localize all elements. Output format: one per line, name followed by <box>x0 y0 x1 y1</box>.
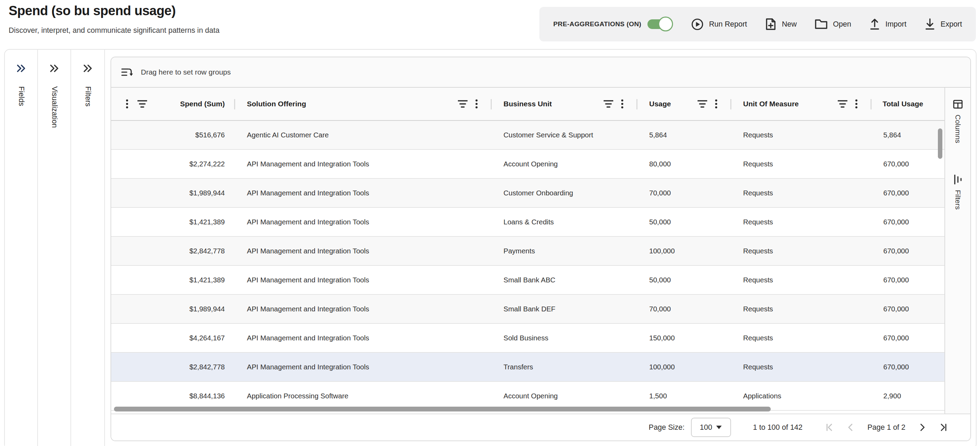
data-grid: Drag here to set row groups Spend (Sum) … <box>110 57 971 441</box>
previous-page-button[interactable] <box>846 423 855 432</box>
column-header-usage[interactable]: Usage <box>637 88 731 120</box>
columns-panel-button[interactable]: Columns <box>945 99 970 143</box>
cell-business-unit: Customer Onboarding <box>491 179 637 207</box>
run-report-button[interactable]: Run Report <box>691 18 747 31</box>
grid-rows: $516,676 Agentic AI Customer Care Custom… <box>111 121 945 411</box>
column-menu-icon[interactable] <box>475 98 478 110</box>
cell-spend-sum: $2,842,778 <box>111 353 234 381</box>
cell-business-unit: Loans & Credits <box>491 208 637 236</box>
table-row[interactable]: $516,676 Agentic AI Customer Care Custom… <box>111 121 945 150</box>
cell-spend-sum: $1,421,389 <box>111 208 234 236</box>
cell-business-unit: Account Opening <box>491 382 637 410</box>
first-page-button[interactable] <box>825 423 834 432</box>
cell-business-unit: Customer Service & Support <box>491 121 637 149</box>
workspace-panel: Fields Visualization Filters Drag here t… <box>4 49 977 446</box>
cell-solution-offering: Application Processing Software <box>234 382 491 410</box>
cell-unit-of-measure: Requests <box>731 150 871 178</box>
column-header-total-usage[interactable]: Total Usage <box>871 88 945 120</box>
cell-usage: 50,000 <box>637 208 731 236</box>
last-page-icon <box>939 423 948 432</box>
filter-icon[interactable] <box>137 99 147 108</box>
column-menu-icon[interactable] <box>126 98 129 110</box>
cell-business-unit: Payments <box>491 237 637 265</box>
export-button[interactable]: Export <box>924 18 962 30</box>
cell-business-unit: Transfers <box>491 353 637 381</box>
sidebar-label-filters: Filters <box>84 86 92 107</box>
cell-solution-offering: API Management and Integration Tools <box>234 150 491 178</box>
vertical-scrollbar[interactable] <box>938 129 942 159</box>
cell-unit-of-measure: Requests <box>731 208 871 236</box>
cell-total-usage: 670,000 <box>871 208 945 236</box>
page-size-select[interactable]: 100 <box>691 418 731 437</box>
column-resize-handle[interactable] <box>234 99 235 110</box>
column-label: Usage <box>649 100 690 108</box>
toggle-knob <box>658 17 673 32</box>
cell-solution-offering: API Management and Integration Tools <box>234 324 491 352</box>
cell-unit-of-measure: Requests <box>731 266 871 294</box>
filter-icon[interactable] <box>698 99 707 108</box>
sidebar-panel-fields[interactable]: Fields <box>5 50 38 446</box>
download-icon <box>924 18 935 30</box>
filter-icon[interactable] <box>838 99 847 108</box>
column-resize-handle[interactable] <box>636 99 638 110</box>
table-row[interactable]: $1,989,944 API Management and Integratio… <box>111 179 945 208</box>
page-subtitle: Discover, interpret, and communicate sig… <box>9 26 220 35</box>
column-header-unit-of-measure[interactable]: Unit Of Measure <box>731 88 871 120</box>
cell-usage: 1,500 <box>637 382 731 410</box>
cell-usage: 5,864 <box>637 121 731 149</box>
chevrons-right-icon <box>49 63 59 73</box>
next-page-button[interactable] <box>918 423 927 432</box>
row-groups-icon <box>120 66 133 78</box>
column-header-business-unit[interactable]: Business Unit <box>491 88 637 120</box>
grid-side-strip: Columns Filters <box>945 88 970 414</box>
cell-spend-sum: $8,844,136 <box>111 382 234 410</box>
last-page-button[interactable] <box>939 423 948 432</box>
sidebar-panel-filters[interactable]: Filters <box>71 50 105 446</box>
cell-unit-of-measure: Requests <box>731 353 871 381</box>
table-row[interactable]: $2,274,222 API Management and Integratio… <box>111 150 945 179</box>
column-menu-icon[interactable] <box>855 98 858 110</box>
table-row[interactable]: $2,842,778 API Management and Integratio… <box>111 237 945 266</box>
cell-spend-sum: $2,842,778 <box>111 237 234 265</box>
cell-usage: 150,000 <box>637 324 731 352</box>
cell-usage: 70,000 <box>637 295 731 323</box>
column-resize-handle[interactable] <box>870 99 872 110</box>
table-row[interactable]: $1,989,944 API Management and Integratio… <box>111 295 945 324</box>
grid-footer: Page Size: 100 1 to 100 of 142 Page 1 of… <box>111 414 970 440</box>
horizontal-scrollbar[interactable] <box>114 407 771 411</box>
column-menu-icon[interactable] <box>621 98 624 110</box>
cell-spend-sum: $2,274,222 <box>111 150 234 178</box>
open-button[interactable]: Open <box>815 18 851 30</box>
column-header-solution-offering[interactable]: Solution Offering <box>234 88 491 120</box>
table-row[interactable]: $1,421,389 API Management and Integratio… <box>111 208 945 237</box>
row-group-drop-zone[interactable]: Drag here to set row groups <box>111 57 970 88</box>
column-resize-handle[interactable] <box>730 99 731 110</box>
chevron-left-icon <box>846 423 855 432</box>
table-row[interactable]: $1,421,389 API Management and Integratio… <box>111 266 945 295</box>
cell-solution-offering: API Management and Integration Tools <box>234 353 491 381</box>
grid-header-row: Spend (Sum) Solution Offering Business U… <box>111 88 945 121</box>
cell-spend-sum: $1,421,389 <box>111 266 234 294</box>
column-resize-handle[interactable] <box>491 99 492 110</box>
new-button[interactable]: New <box>765 18 797 30</box>
column-label: Business Unit <box>503 100 596 108</box>
filters-panel-button[interactable]: Filters <box>945 175 970 210</box>
cell-total-usage: 670,000 <box>871 353 945 381</box>
column-header-spend-sum[interactable]: Spend (Sum) <box>111 88 234 120</box>
pre-aggregations-toggle[interactable] <box>648 17 673 32</box>
filters-panel-label: Filters <box>954 190 962 210</box>
upload-icon <box>869 18 880 30</box>
cell-total-usage: 670,000 <box>871 179 945 207</box>
sidebar-panel-visualization[interactable]: Visualization <box>38 50 71 446</box>
cell-unit-of-measure: Requests <box>731 295 871 323</box>
import-button[interactable]: Import <box>869 18 907 30</box>
column-label: Total Usage <box>883 100 923 108</box>
column-menu-icon[interactable] <box>715 98 718 110</box>
table-row[interactable]: $4,264,167 API Management and Integratio… <box>111 324 945 353</box>
filter-icon[interactable] <box>458 99 468 108</box>
cell-usage: 100,000 <box>637 353 731 381</box>
cell-solution-offering: API Management and Integration Tools <box>234 179 491 207</box>
filter-icon[interactable] <box>604 99 613 108</box>
export-label: Export <box>941 20 962 29</box>
table-row[interactable]: $2,842,778 API Management and Integratio… <box>111 353 945 382</box>
